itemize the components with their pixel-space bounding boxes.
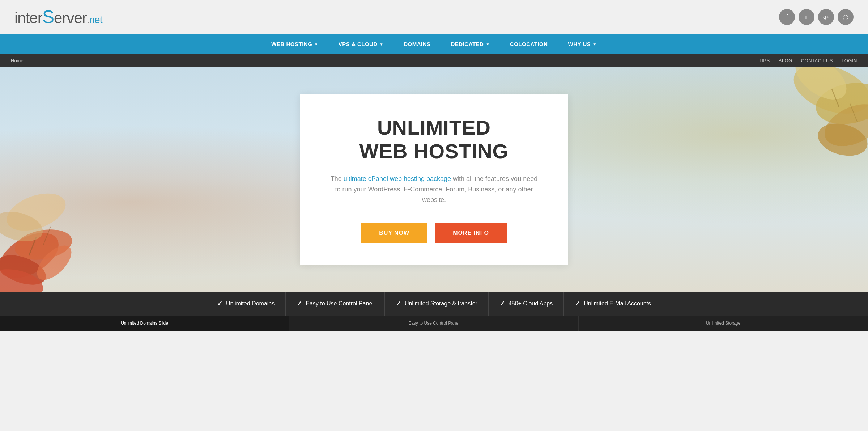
chevron-down-icon: ▼: [593, 42, 596, 46]
tips-link[interactable]: TIPS: [759, 58, 770, 63]
features-list: ✓ Unlimited Domains ✓ Easy to Use Contro…: [0, 292, 868, 316]
features-bar: ✓ Unlimited Domains ✓ Easy to Use Contro…: [0, 292, 868, 316]
google-plus-icon[interactable]: g+: [818, 9, 834, 25]
check-icon: ✓: [499, 300, 505, 308]
secondary-nav-right: TIPS BLOG CONTACT US LOGIN: [759, 58, 857, 63]
nav-domains[interactable]: DOMAINS: [393, 34, 441, 54]
feature-label: Unlimited Storage & transfer: [405, 300, 477, 307]
check-icon: ✓: [396, 300, 401, 308]
nav-web-hosting[interactable]: WEB HOSTING ▼: [261, 34, 328, 54]
feature-control-panel: ✓ Easy to Use Control Panel: [286, 292, 385, 316]
logo-dot: .: [87, 14, 89, 25]
nav-dedicated[interactable]: DEDICATED ▼: [441, 34, 500, 54]
slide-thumbnails: Unlimited Domains Slide Easy to Use Cont…: [0, 316, 868, 331]
more-info-button[interactable]: MORE INFO: [435, 223, 507, 243]
contact-us-link[interactable]: CONTACT US: [801, 58, 833, 63]
leaf-right-decoration: [741, 67, 868, 219]
twitter-icon[interactable]: 𝕣: [799, 9, 814, 25]
slide-thumb-3[interactable]: Unlimited Storage: [579, 316, 868, 331]
nav-colocation[interactable]: COLOCATION: [500, 34, 558, 54]
logo-erver: erver: [54, 9, 87, 26]
logo-net: net: [89, 14, 102, 25]
slide-thumb-2[interactable]: Easy to Use Control Panel: [289, 316, 579, 331]
buy-now-button[interactable]: BUY NOW: [361, 223, 427, 243]
hero-title: UNLIMITED WEB HOSTING: [329, 116, 539, 163]
secondary-nav: Home TIPS BLOG CONTACT US LOGIN: [0, 54, 868, 67]
chevron-down-icon: ▼: [314, 42, 318, 46]
feature-label: Unlimited E-Mail Accounts: [584, 300, 651, 307]
feature-unlimited-storage: ✓ Unlimited Storage & transfer: [385, 292, 489, 316]
main-nav: WEB HOSTING ▼ VPS & CLOUD ▼ DOMAINS DEDI…: [0, 34, 868, 54]
chevron-down-icon: ▼: [380, 42, 383, 46]
hero-section: UNLIMITED WEB HOSTING The ultimate cPane…: [0, 67, 868, 292]
hero-card: UNLIMITED WEB HOSTING The ultimate cPane…: [300, 94, 568, 264]
logo-s: S: [42, 7, 54, 27]
social-icons: f 𝕣 g+ ◯: [779, 9, 854, 25]
logo-inter: inter: [14, 9, 42, 26]
feature-cloud-apps: ✓ 450+ Cloud Apps: [489, 292, 564, 316]
top-header: interServer.net f 𝕣 g+ ◯: [0, 0, 868, 34]
feature-label: Easy to Use Control Panel: [306, 300, 374, 307]
home-link[interactable]: Home: [11, 58, 24, 63]
feature-label: 450+ Cloud Apps: [509, 300, 553, 307]
hero-buttons: BUY NOW MORE INFO: [329, 223, 539, 243]
nav-vps-cloud[interactable]: VPS & CLOUD ▼: [328, 34, 393, 54]
check-icon: ✓: [217, 300, 222, 308]
check-icon: ✓: [575, 300, 580, 308]
feature-unlimited-domains: ✓ Unlimited Domains: [206, 292, 286, 316]
breadcrumb: Home: [11, 57, 24, 64]
feature-label: Unlimited Domains: [226, 300, 275, 307]
check-icon: ✓: [297, 300, 302, 308]
login-link[interactable]: LOGIN: [842, 58, 857, 63]
logo[interactable]: interServer.net: [14, 7, 102, 28]
hero-subtitle: The ultimate cPanel web hosting package …: [329, 174, 539, 205]
leaf-left-decoration: [0, 118, 116, 292]
blog-link[interactable]: BLOG: [779, 58, 792, 63]
feature-email-accounts: ✓ Unlimited E-Mail Accounts: [564, 292, 662, 316]
nav-why-us[interactable]: WHY US ▼: [558, 34, 607, 54]
chevron-down-icon: ▼: [486, 42, 489, 46]
slide-thumb-1[interactable]: Unlimited Domains Slide: [0, 316, 289, 331]
instagram-icon[interactable]: ◯: [838, 9, 854, 25]
facebook-icon[interactable]: f: [779, 9, 795, 25]
